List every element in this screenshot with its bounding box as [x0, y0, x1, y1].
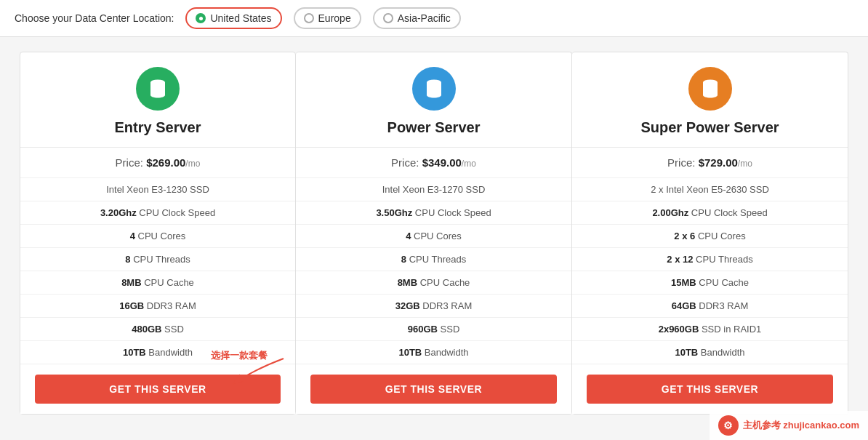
- dc-eu-label: Europe: [318, 12, 351, 24]
- entry-price-row: Price: $269.00/mo: [20, 148, 295, 178]
- superpower-spec-0: 2 x Intel Xeon E5-2630 SSD: [572, 178, 848, 201]
- superpower-title: Super Power Server: [587, 119, 833, 136]
- entry-get-server-button[interactable]: GET THIS SERVER: [35, 375, 281, 404]
- card-superpower-footer: GET THIS SERVER: [572, 364, 848, 414]
- dc-option-us[interactable]: United States: [185, 7, 281, 29]
- superpower-spec-5: 64GB DDR3 RAM: [572, 295, 848, 318]
- card-power-header: Power Server: [296, 52, 571, 148]
- logo-text: 主机参考 zhujicankao.com: [743, 419, 859, 432]
- card-superpower-body: Price: $729.00/mo 2 x Intel Xeon E5-2630…: [572, 148, 848, 364]
- page-wrapper: Choose your Data Center Location: United…: [0, 0, 868, 440]
- power-spec-1: 3.50Ghz CPU Clock Speed: [296, 201, 571, 225]
- power-price-row: Price: $349.00/mo: [296, 148, 571, 178]
- power-spec-7: 10TB Bandwidth: [296, 341, 571, 364]
- card-power-footer: GET THIS SERVER: [296, 364, 571, 414]
- card-entry-footer: GET THIS SERVER: [20, 364, 295, 414]
- dc-option-ap[interactable]: Asia-Pacific: [373, 7, 461, 29]
- entry-spec-0: Intel Xeon E3-1230 SSD: [20, 178, 295, 201]
- entry-spec-4: 8MB CPU Cache: [20, 271, 295, 295]
- superpower-spec-2: 2 x 6 CPU Cores: [572, 225, 848, 248]
- entry-title: Entry Server: [35, 119, 281, 136]
- dc-label: Choose your Data Center Location:: [15, 12, 174, 24]
- superpower-spec-6: 2x960GB SSD in RAID1: [572, 318, 848, 341]
- power-title: Power Server: [310, 119, 557, 136]
- superpower-get-server-button[interactable]: GET THIS SERVER: [587, 375, 833, 404]
- entry-per-mo: /mo: [185, 159, 200, 169]
- entry-spec-6: 480GB SSD: [20, 318, 295, 341]
- card-entry-body: Price: $269.00/mo Intel Xeon E3-1230 SSD…: [20, 148, 295, 364]
- top-bar: Choose your Data Center Location: United…: [0, 0, 868, 37]
- entry-spec-2: 4 CPU Cores: [20, 225, 295, 248]
- superpower-icon: [688, 67, 732, 111]
- dc-us-label: United States: [210, 12, 271, 24]
- card-entry: Entry Server Price: $269.00/mo Intel Xeo…: [20, 52, 296, 415]
- superpower-spec-1: 2.00Ghz CPU Clock Speed: [572, 201, 848, 225]
- power-get-server-button[interactable]: GET THIS SERVER: [310, 375, 557, 404]
- power-price: $349.00: [422, 156, 462, 169]
- radio-us: [196, 13, 206, 23]
- power-spec-0: Intel Xeon E3-1270 SSD: [296, 178, 571, 201]
- radio-eu: [304, 13, 314, 23]
- entry-spec-3: 8 CPU Threads: [20, 248, 295, 271]
- power-spec-4: 8MB CPU Cache: [296, 271, 571, 295]
- bottom-logo-bar: ⚙ 主机参考 zhujicankao.com: [710, 411, 868, 440]
- entry-price: $269.00: [146, 156, 185, 169]
- entry-spec-1: 3.20Ghz CPU Clock Speed: [20, 201, 295, 225]
- card-superpower: Super Power Server Price: $729.00/mo 2 x…: [572, 52, 848, 415]
- superpower-per-mo: /mo: [738, 159, 752, 169]
- superpower-price-row: Price: $729.00/mo: [572, 148, 848, 178]
- card-power: Power Server Price: $349.00/mo Intel Xeo…: [296, 52, 572, 415]
- entry-icon: [136, 67, 180, 111]
- power-per-mo: /mo: [462, 159, 476, 169]
- dc-ap-label: Asia-Pacific: [398, 12, 451, 24]
- dc-option-eu[interactable]: Europe: [294, 7, 361, 29]
- card-superpower-header: Super Power Server: [572, 52, 848, 148]
- superpower-price: $729.00: [699, 156, 738, 169]
- entry-spec-5: 16GB DDR3 RAM: [20, 295, 295, 318]
- power-spec-2: 4 CPU Cores: [296, 225, 571, 248]
- entry-spec-7: 10TB Bandwidth: [20, 341, 295, 364]
- power-icon: [412, 67, 456, 111]
- power-spec-3: 8 CPU Threads: [296, 248, 571, 271]
- card-entry-header: Entry Server: [20, 52, 295, 148]
- superpower-spec-4: 15MB CPU Cache: [572, 271, 848, 295]
- cards-container: Entry Server Price: $269.00/mo Intel Xeo…: [0, 37, 868, 429]
- power-spec-5: 32GB DDR3 RAM: [296, 295, 571, 318]
- logo-icon: ⚙: [718, 415, 739, 436]
- superpower-spec-3: 2 x 12 CPU Threads: [572, 248, 848, 271]
- superpower-spec-7: 10TB Bandwidth: [572, 341, 848, 364]
- power-spec-6: 960GB SSD: [296, 318, 571, 341]
- radio-ap: [383, 13, 393, 23]
- card-power-body: Price: $349.00/mo Intel Xeon E3-1270 SSD…: [296, 148, 571, 364]
